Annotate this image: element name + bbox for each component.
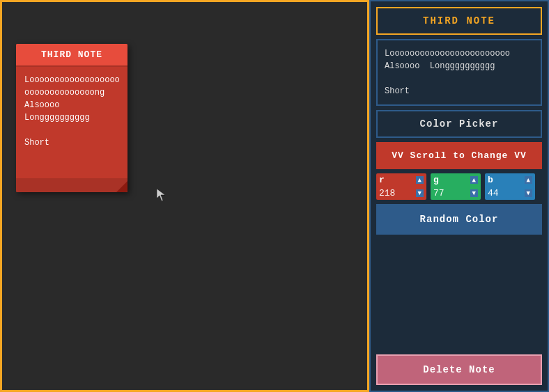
g-down-button[interactable]: ▼ bbox=[470, 189, 478, 197]
b-channel-top: b ▲ bbox=[485, 173, 535, 187]
b-up-button[interactable]: ▲ bbox=[525, 176, 532, 184]
r-label: r bbox=[379, 175, 385, 185]
r-channel-top: r ▲ bbox=[376, 173, 426, 187]
note-title: THIRD NOTE bbox=[16, 44, 127, 67]
r-channel: r ▲ 218 ▼ bbox=[376, 173, 426, 200]
delete-note-button[interactable]: Delete Note bbox=[376, 354, 542, 385]
note-corner bbox=[116, 181, 127, 192]
note-preview: LooooooooooooooooooooooooAlsoooo Longggg… bbox=[376, 39, 542, 106]
g-label: g bbox=[433, 175, 439, 185]
scroll-to-change-button[interactable]: VV Scroll to Change VV bbox=[376, 142, 542, 169]
g-channel-bottom: 77 ▼ bbox=[431, 187, 481, 200]
g-up-button[interactable]: ▲ bbox=[470, 176, 478, 184]
note-body: LoooooooooooooooooooooooooooooooongAlsoo… bbox=[16, 67, 127, 178]
random-color-button[interactable]: Random Color bbox=[376, 204, 542, 235]
r-value: 218 bbox=[379, 188, 395, 198]
spacer bbox=[376, 239, 542, 350]
canvas-panel: THIRD NOTE Loooooooooooooooooooooooooooo… bbox=[0, 0, 369, 392]
b-channel: b ▲ 44 ▼ bbox=[485, 173, 535, 200]
note-body-text: LoooooooooooooooooooooooooooooooongAlsoo… bbox=[24, 75, 120, 148]
r-channel-bottom: 218 ▼ bbox=[376, 187, 426, 200]
panel-title: THIRD NOTE bbox=[376, 7, 542, 35]
right-panel: THIRD NOTE LooooooooooooooooooooooooAlso… bbox=[369, 0, 549, 392]
preview-text: LooooooooooooooooooooooooAlsoooo Longggg… bbox=[385, 49, 510, 96]
note-footer bbox=[16, 178, 127, 192]
canvas-area[interactable]: THIRD NOTE Loooooooooooooooooooooooooooo… bbox=[2, 2, 367, 390]
rgb-row: r ▲ 218 ▼ g ▲ 77 ▼ b ▲ bbox=[376, 173, 542, 200]
cursor bbox=[157, 189, 165, 201]
g-channel: g ▲ 77 ▼ bbox=[431, 173, 481, 200]
svg-marker-0 bbox=[157, 189, 165, 201]
g-channel-top: g ▲ bbox=[431, 173, 481, 187]
b-label: b bbox=[488, 175, 493, 185]
b-channel-bottom: 44 ▼ bbox=[485, 187, 535, 200]
g-value: 77 bbox=[433, 188, 444, 198]
color-picker-button[interactable]: Color Picker bbox=[376, 110, 542, 138]
note-card[interactable]: THIRD NOTE Loooooooooooooooooooooooooooo… bbox=[16, 44, 127, 192]
b-value: 44 bbox=[488, 188, 499, 198]
b-down-button[interactable]: ▼ bbox=[525, 189, 532, 197]
r-up-button[interactable]: ▲ bbox=[416, 176, 424, 184]
r-down-button[interactable]: ▼ bbox=[416, 189, 424, 197]
